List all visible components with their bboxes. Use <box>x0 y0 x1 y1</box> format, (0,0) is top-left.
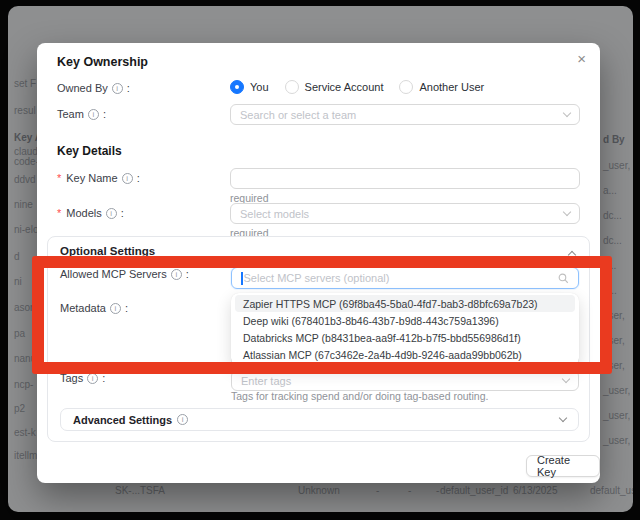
background-text-fragment: user, <box>603 310 625 321</box>
info-icon[interactable] <box>177 414 188 425</box>
background-text-fragment: - <box>376 485 379 496</box>
radio-service-account[interactable]: Service Account <box>285 80 384 94</box>
team-select[interactable]: Search or select a team <box>230 104 580 125</box>
close-icon[interactable]: × <box>577 51 586 67</box>
mcp-servers-dropdown: Zapier HTTPS MCP (69f8ba45-5ba0-4fd7-bab… <box>231 293 579 366</box>
required-asterisk: * <box>57 207 61 219</box>
background-text-fragment: ni <box>14 276 22 287</box>
background-text-fragment: dc... <box>603 210 622 221</box>
tags-select[interactable]: Enter tags <box>231 370 579 391</box>
create-key-button[interactable]: Create Key <box>526 455 600 477</box>
background-text-fragment: d <box>14 251 20 262</box>
chevron-up-icon[interactable] <box>568 251 576 259</box>
background-text-fragment: a... <box>603 285 617 296</box>
background-text-fragment: user, <box>603 360 625 371</box>
background-text-fragment: est-k <box>14 427 36 438</box>
background-text-fragment: resul <box>14 105 36 116</box>
background-text-fragment: default_user_id <box>440 485 508 496</box>
background-text-fragment: - <box>408 485 411 496</box>
background-text-fragment: set F <box>14 78 36 89</box>
background-text-fragment: itellm <box>14 450 37 461</box>
background-text-fragment: a... <box>603 185 617 196</box>
mcp-servers-input[interactable]: Select MCP servers (optional) <box>231 267 579 289</box>
models-label: * Models : <box>57 207 124 219</box>
owned-by-label: Owned By : <box>57 82 130 94</box>
background-text-fragment: 6/13/2025 <box>513 485 558 496</box>
background-text-fragment: _user, <box>603 160 630 171</box>
info-icon[interactable] <box>112 83 123 94</box>
background-text-fragment: Unknown <box>298 485 340 496</box>
background-text-fragment: - <box>436 485 439 496</box>
info-icon[interactable] <box>110 303 121 314</box>
chevron-down-icon <box>562 375 570 383</box>
team-label: Team : <box>57 108 106 120</box>
chevron-down-icon <box>559 414 567 422</box>
info-icon[interactable] <box>87 373 98 384</box>
key-name-input[interactable] <box>230 168 580 189</box>
advanced-settings-header[interactable]: Advanced Settings <box>60 408 579 431</box>
background-text-fragment: c... <box>603 260 616 271</box>
radio-selected-icon <box>230 80 244 94</box>
info-icon[interactable] <box>122 173 133 184</box>
background-text-fragment: nanu <box>14 353 36 364</box>
dropdown-option-databricks[interactable]: Databricks MCP (b8431bea-aa9f-412b-b7f5-… <box>235 329 575 346</box>
background-text-fragment: SK-...TSFA <box>115 485 165 496</box>
radio-unselected-icon <box>285 80 299 94</box>
search-icon <box>558 273 569 284</box>
background-text-fragment: _user, <box>603 435 630 446</box>
dropdown-option-atlassian[interactable]: Atlassian MCP (67c3462e-2a4b-4d9b-9246-a… <box>235 346 575 363</box>
background-text-fragment: user, <box>603 335 625 346</box>
owned-by-radio-group: You Service Account Another User <box>230 80 484 94</box>
background-text-fragment: ddvd <box>14 174 36 185</box>
dropdown-option-deep-wiki[interactable]: Deep wiki (678401b3-8b46-43b7-b9d8-443c7… <box>235 312 575 329</box>
optional-settings-header[interactable]: Optional Settings <box>60 245 155 257</box>
background-text-fragment: default_user, <box>590 485 633 496</box>
background-text-fragment: ncp- <box>14 379 33 390</box>
required-asterisk: * <box>57 172 61 184</box>
create-key-modal: Key Ownership × Owned By : You Service A… <box>37 43 600 483</box>
background-text-fragment: ni-elo <box>14 224 38 235</box>
background-text-fragment: pa <box>14 328 25 339</box>
chevron-down-icon <box>563 109 571 117</box>
background-text-fragment: _user, <box>603 410 630 421</box>
info-icon[interactable] <box>88 109 99 120</box>
background-text-fragment: code- <box>14 156 39 167</box>
dropdown-option-zapier[interactable]: Zapier HTTPS MCP (69f8ba45-5ba0-4fd7-bab… <box>235 295 575 312</box>
background-text-fragment: d By <box>603 134 625 145</box>
radio-unselected-icon <box>399 80 413 94</box>
allowed-mcp-servers-label: Allowed MCP Servers : <box>60 268 189 280</box>
text-cursor <box>241 272 243 285</box>
info-icon[interactable] <box>171 269 182 280</box>
modal-title: Key Ownership <box>57 55 148 69</box>
background-text-fragment: dc... <box>603 235 622 246</box>
metadata-label: Metadata : <box>60 302 128 314</box>
tags-label: Tags : <box>60 372 105 384</box>
optional-settings-panel: Optional Settings Allowed MCP Servers : … <box>47 236 590 442</box>
background-text-fragment: _user, <box>603 385 630 396</box>
radio-you[interactable]: You <box>230 80 269 94</box>
info-icon[interactable] <box>106 208 117 219</box>
models-select[interactable]: Select models <box>230 203 580 224</box>
chevron-down-icon <box>563 208 571 216</box>
key-details-heading: Key Details <box>57 144 122 158</box>
radio-another-user[interactable]: Another User <box>399 80 484 94</box>
tags-help-text: Tags for tracking spend and/or doing tag… <box>231 390 488 402</box>
background-text-fragment: nine <box>14 199 33 210</box>
key-name-label: * Key Name : <box>57 172 140 184</box>
background-text-fragment: p2 <box>14 403 25 414</box>
